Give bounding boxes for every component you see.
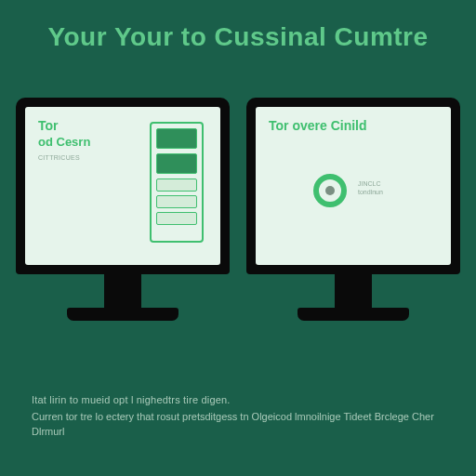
monitor-left-screen: Tor od Cesrn CITTRICUES [25,107,220,265]
monitor-left-bezel: Tor od Cesrn CITTRICUES [16,98,230,274]
footer-line-1: Itat lirin to mueid opt l nighedtrs tire… [32,392,444,407]
footer-line-2: Curren tor tre lo ectery that rosut pret… [32,409,444,439]
monitor-right: Tor overe Cinild JINCLC tondlnun [246,98,460,349]
monitor-right-bezel: Tor overe Cinild JINCLC tondlnun [246,98,460,274]
footer-text: Itat lirin to mueid opt l nighedtrs tire… [32,392,444,439]
monitor-neck [335,274,372,308]
circle-label-line: JINCLC [358,179,383,188]
left-panel [150,122,204,243]
monitor-base [298,308,409,321]
panel-slot [156,178,197,192]
monitor-right-screen: Tor overe Cinild JINCLC tondlnun [256,107,451,265]
panel-slot [156,128,197,149]
monitor-neck [104,274,141,308]
circle-icon [313,174,347,207]
monitor-base [67,308,178,321]
circle-label-line: tondlnun [358,188,383,196]
panel-slot [156,212,197,225]
monitors-row: Tor od Cesrn CITTRICUES Tor overe Cinild [0,98,476,349]
monitor-left: Tor od Cesrn CITTRICUES [16,98,230,349]
right-heading-1: Tor overe Cinild [269,118,438,133]
panel-slot [156,153,197,174]
panel-slot [156,195,197,208]
page-title: Your Your to Cussinal Cumtre [0,22,476,52]
circle-label: JINCLC tondlnun [358,179,383,196]
